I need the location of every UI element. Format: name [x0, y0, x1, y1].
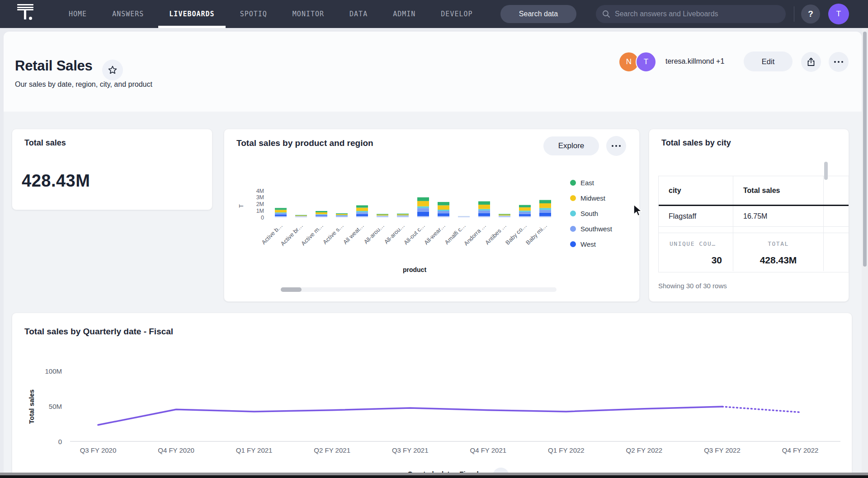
nav-item-answers[interactable]: ANSWERS [101, 0, 155, 28]
nav-item-admin[interactable]: ADMIN [382, 0, 426, 28]
svg-text:100M: 100M [45, 367, 62, 375]
bottom-edge-shadow [0, 475, 868, 478]
svg-text:T: T [238, 204, 245, 208]
star-icon [107, 65, 118, 75]
chart-legend: EastMidwestSouthSouthwestWest [570, 178, 612, 249]
collaborator-avatar[interactable]: T [636, 52, 656, 72]
legend-item-south[interactable]: South [570, 208, 612, 218]
legend-item-east[interactable]: East [570, 178, 612, 187]
card-title: Total sales [24, 138, 66, 148]
scrollbar-thumb[interactable] [281, 287, 302, 292]
nav-item-liveboards[interactable]: LIVEBOARDS [158, 0, 225, 28]
app-window: HOMEANSWERSLIVEBOARDSSPOTIQMONITORDATAAD… [0, 0, 868, 478]
nav-item-spotiq[interactable]: SPOTIQ [229, 0, 278, 28]
legend-dot [570, 241, 576, 247]
svg-text:Q1 FY 2022: Q1 FY 2022 [548, 446, 585, 454]
explore-button[interactable]: Explore [543, 136, 599, 155]
summary-value: 30 [712, 255, 722, 266]
table-cell-city: Flagstaff [659, 206, 733, 226]
svg-text:Baby co…: Baby co… [504, 222, 528, 246]
share-button[interactable] [801, 52, 821, 72]
card-more-options-button[interactable] [606, 136, 626, 156]
svg-text:All-wear…: All-wear… [423, 222, 447, 246]
page-scrollbar[interactable] [862, 28, 868, 473]
svg-text:Q4 FY 2021: Q4 FY 2021 [470, 446, 506, 454]
legend-label: South [580, 210, 598, 217]
bar-xaxis-title: product [224, 266, 605, 273]
svg-text:All-arou…: All-arou… [363, 222, 386, 245]
page-scrollbar-thumb[interactable] [863, 32, 867, 267]
chart-horizontal-scrollbar[interactable] [281, 287, 557, 292]
legend-item-southwest[interactable]: Southwest [570, 224, 612, 234]
logo-bar [17, 4, 33, 5]
nav-item-data[interactable]: DATA [339, 0, 378, 28]
nav-item-develop[interactable]: DEVELOP [430, 0, 483, 28]
svg-text:Q1 FY 2021: Q1 FY 2021 [236, 446, 273, 454]
card-quarterly-sales: Total sales by Quarterly date - Fiscal 0… [12, 313, 852, 478]
nav-divider [794, 6, 794, 22]
help-button[interactable]: ? [801, 5, 820, 23]
table-cell [733, 227, 824, 233]
collaborator-avatars: NT [618, 52, 657, 72]
active-tab-underline [158, 26, 225, 28]
legend-dot [570, 180, 576, 186]
nav-item-monitor[interactable]: MONITOR [282, 0, 335, 28]
legend-label: West [580, 240, 596, 248]
table-cell [659, 227, 733, 233]
summary-gutter [824, 233, 849, 271]
table-scrollbar-thumb[interactable] [824, 162, 828, 180]
card-total-sales-by-city: Total sales by city cityTotal salesFlags… [649, 129, 849, 302]
card-title: Total sales by Quarterly date - Fiscal [24, 327, 173, 337]
more-options-button[interactable] [829, 52, 849, 72]
column-header-city[interactable]: city [659, 176, 733, 205]
legend-label: East [580, 179, 594, 187]
logo-bar [17, 7, 33, 8]
table-cell [824, 227, 849, 233]
logo-stem [24, 10, 26, 19]
legend-item-west[interactable]: West [570, 239, 612, 249]
nav-item-home[interactable]: HOME [58, 0, 98, 28]
table-cell-total-sales: 16.75M [733, 206, 824, 226]
edit-button[interactable]: Edit [744, 52, 793, 71]
svg-text:3M: 3M [256, 194, 264, 201]
svg-text:50M: 50M [49, 403, 62, 410]
svg-text:Active s…: Active s… [321, 222, 345, 246]
card-total-sales: Total sales 428.43M [12, 129, 212, 210]
nav-item-label: DATA [349, 10, 368, 18]
summary-label: UNIQUE COU… [670, 240, 716, 247]
summary-cell: TOTAL428.43M [733, 233, 824, 271]
nav-item-label: ADMIN [393, 10, 415, 18]
thoughtspot-logo-icon[interactable] [17, 4, 35, 25]
table-cell-gutter [824, 206, 849, 226]
legend-label: Midwest [580, 194, 605, 202]
summary-label: TOTAL [733, 240, 823, 247]
nav-item-label: MONITOR [292, 10, 324, 18]
svg-text:Total sales: Total sales [28, 389, 35, 424]
search-data-button[interactable]: Search data [500, 5, 576, 23]
table-row-partial [659, 227, 849, 233]
svg-text:Q3 FY 2020: Q3 FY 2020 [80, 446, 117, 454]
legend-dot [570, 226, 576, 232]
legend-item-midwest[interactable]: Midwest [570, 193, 612, 203]
column-header-total-sales[interactable]: Total sales [733, 176, 824, 205]
svg-text:Andorra …: Andorra … [462, 222, 487, 247]
svg-text:Active m…: Active m… [300, 222, 325, 247]
share-icon [806, 57, 816, 67]
svg-text:1M: 1M [256, 208, 264, 214]
page-subtitle: Our sales by date, region, city, and pro… [15, 80, 152, 89]
nav-item-label: HOME [69, 10, 87, 18]
line-chart[interactable]: 050M100MTotal salesQ3 FY 2020Q4 FY 2020Q… [12, 356, 853, 467]
table-row[interactable]: Flagstaff16.75M [659, 206, 849, 227]
more-dots-icon [834, 61, 843, 63]
more-dots-icon [612, 145, 621, 147]
svg-text:0: 0 [58, 438, 62, 445]
favorite-button[interactable] [102, 60, 123, 80]
nav-item-label: LIVEBOARDS [169, 10, 214, 18]
user-avatar[interactable]: T [828, 4, 849, 24]
city-table: cityTotal salesFlagstaff16.75MUNIQUE COU… [658, 176, 849, 272]
global-search-input[interactable] [615, 10, 779, 18]
nav-menu: HOMEANSWERSLIVEBOARDSSPOTIQMONITORDATAAD… [58, 0, 487, 28]
summary-cell: UNIQUE COU…30 [659, 233, 733, 271]
search-icon [602, 10, 610, 18]
svg-text:Antibes …: Antibes … [484, 222, 508, 246]
